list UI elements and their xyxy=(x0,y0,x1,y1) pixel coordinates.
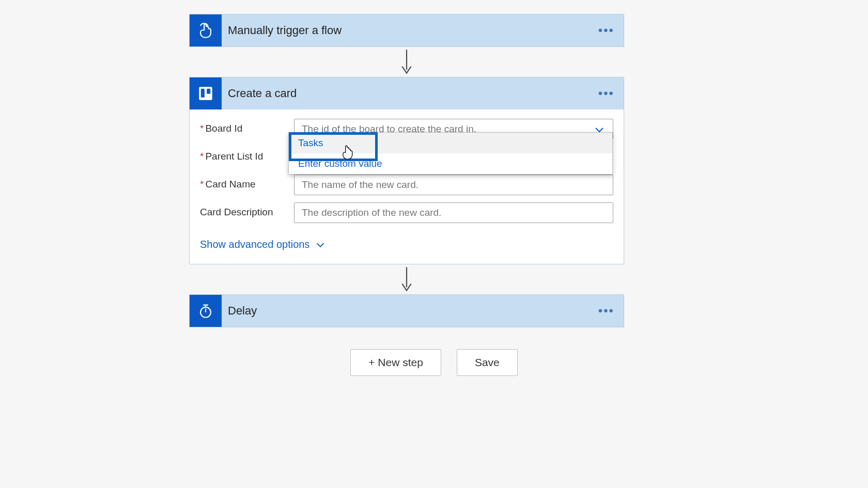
step-title: Delay xyxy=(222,304,257,318)
connector-arrow xyxy=(189,264,624,294)
card-name-input[interactable]: The name of the new card. xyxy=(294,175,613,195)
svg-rect-2 xyxy=(201,89,205,98)
step-header[interactable]: Delay ••• xyxy=(190,295,624,327)
step-header[interactable]: Create a card ••• xyxy=(190,77,624,109)
step-title: Create a card xyxy=(222,87,297,100)
step-delay[interactable]: Delay ••• xyxy=(189,294,624,327)
svg-rect-3 xyxy=(207,89,210,94)
step-header[interactable]: Manually trigger a flow ••• xyxy=(190,14,624,46)
label-card-name: *Card Name xyxy=(200,175,294,190)
card-desc-input[interactable]: The description of the new card. xyxy=(294,202,613,223)
row-card-name: *Card Name The name of the new card. xyxy=(200,175,613,195)
label-card-desc: Card Description xyxy=(200,202,294,218)
ellipsis-icon: ••• xyxy=(598,304,614,318)
new-step-button[interactable]: + New step xyxy=(350,349,441,376)
step-trigger[interactable]: Manually trigger a flow ••• xyxy=(189,14,624,47)
step-menu-button[interactable]: ••• xyxy=(598,295,614,327)
connector-arrow xyxy=(189,47,624,77)
ellipsis-icon: ••• xyxy=(598,86,614,101)
chevron-down-icon xyxy=(315,239,326,250)
step-menu-button[interactable]: ••• xyxy=(598,14,614,46)
save-button[interactable]: Save xyxy=(457,349,518,376)
manual-trigger-icon xyxy=(190,14,222,46)
show-advanced-options[interactable]: Show advanced options xyxy=(200,239,326,250)
card-name-placeholder: The name of the new card. xyxy=(302,179,419,191)
board-id-dropdown-list[interactable]: Tasks Enter custom value xyxy=(288,132,613,175)
action-bar: + New step Save xyxy=(0,349,868,376)
ellipsis-icon: ••• xyxy=(598,23,614,38)
delay-icon xyxy=(190,295,222,327)
step-menu-button[interactable]: ••• xyxy=(598,77,614,109)
trello-icon xyxy=(190,77,222,109)
row-card-desc: Card Description The description of the … xyxy=(200,202,613,223)
label-parent-list: *Parent List Id xyxy=(200,147,294,162)
dropdown-option-tasks[interactable]: Tasks xyxy=(289,133,612,153)
label-board-id: *Board Id xyxy=(200,119,294,134)
card-desc-placeholder: The description of the new card. xyxy=(302,207,441,218)
dropdown-option-custom[interactable]: Enter custom value xyxy=(289,153,612,174)
step-title: Manually trigger a flow xyxy=(222,24,342,37)
